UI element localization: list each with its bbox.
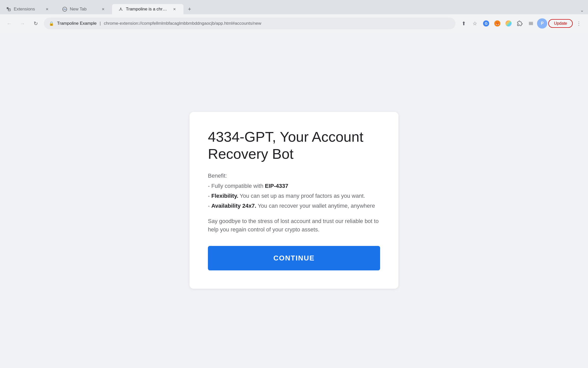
url-bar[interactable]: 🔒 Trampoline Example | chrome-extension:… bbox=[44, 18, 456, 29]
extensions-tab-icon bbox=[6, 7, 11, 12]
reload-icon: ↻ bbox=[34, 20, 38, 27]
svg-rect-5 bbox=[529, 24, 533, 25]
tab-trampoline[interactable]: Trampoline is a chrome extens ✕ bbox=[112, 4, 183, 14]
lock-icon: 🔒 bbox=[49, 21, 54, 26]
menu-ext-icon[interactable] bbox=[526, 18, 536, 29]
trampoline-tab-icon bbox=[118, 7, 123, 12]
tab-new-tab-label: New Tab bbox=[70, 7, 98, 12]
chrome-menu-icon[interactable]: ⋮ bbox=[574, 18, 584, 29]
page-content: 4334-GPT, Your Account Recovery Bot Bene… bbox=[0, 33, 588, 368]
svg-rect-3 bbox=[529, 22, 533, 23]
benefit-item-2: - Flexibility. You can set up as many pr… bbox=[208, 192, 380, 200]
benefit-2-bold: Flexibility. bbox=[211, 193, 238, 199]
tab-overflow-button[interactable]: ⌄ bbox=[578, 6, 586, 14]
new-tab-icon bbox=[62, 7, 67, 12]
profile-avatar[interactable]: P bbox=[537, 18, 547, 29]
benefit-item-1: - Fully compatible with EIP-4337 bbox=[208, 182, 380, 190]
bookmark-icon[interactable]: ☆ bbox=[470, 18, 480, 29]
back-icon: ← bbox=[7, 21, 12, 27]
metamask-ext-icon[interactable]: 🦊 bbox=[492, 18, 502, 29]
benefit-heading: Benefit: bbox=[208, 173, 380, 179]
tab-extensions[interactable]: Extensions ✕ bbox=[0, 4, 56, 14]
card-description: Say goodbye to the stress of lost accoun… bbox=[208, 217, 380, 234]
forward-icon: → bbox=[20, 21, 25, 27]
svg-point-2 bbox=[120, 8, 122, 9]
toolbar-icons: ⬆ ☆ G 🦊 bbox=[459, 18, 584, 29]
new-tab-button[interactable]: + bbox=[184, 4, 195, 14]
share-icon[interactable]: ⬆ bbox=[459, 18, 469, 29]
tab-new-tab[interactable]: New Tab ✕ bbox=[56, 4, 112, 14]
tab-new-tab-close[interactable]: ✕ bbox=[100, 6, 106, 12]
benefit-1-bold: EIP-4337 bbox=[265, 183, 288, 189]
address-bar: ← → ↻ 🔒 Trampoline Example | chrome-exte… bbox=[0, 14, 588, 33]
tab-extensions-label: Extensions bbox=[14, 7, 42, 12]
tab-bar: Extensions ✕ New Tab ✕ Trampoline i bbox=[0, 0, 588, 14]
forward-button[interactable]: → bbox=[17, 18, 28, 29]
tab-extensions-close[interactable]: ✕ bbox=[44, 6, 50, 12]
tab-trampoline-label: Trampoline is a chrome extens bbox=[126, 7, 169, 12]
browser-chrome: Extensions ✕ New Tab ✕ Trampoline i bbox=[0, 0, 588, 33]
benefit-item-3: - Availability 24x7. You can recover you… bbox=[208, 202, 380, 210]
url-separator: | bbox=[100, 21, 101, 26]
site-name: Trampoline Example bbox=[57, 21, 97, 26]
card-title: 4334-GPT, Your Account Recovery Bot bbox=[208, 128, 380, 162]
colorful-ext-icon[interactable] bbox=[503, 18, 514, 29]
tab-trampoline-close[interactable]: ✕ bbox=[172, 6, 177, 12]
google-ext-icon[interactable]: G bbox=[481, 18, 491, 29]
url-path: chrome-extension://compfellmlmbfacaglmbb… bbox=[104, 21, 450, 26]
back-button[interactable]: ← bbox=[4, 18, 14, 29]
benefit-3-bold: Availability 24x7. bbox=[211, 203, 256, 209]
puzzle-ext-icon[interactable] bbox=[515, 18, 525, 29]
svg-rect-4 bbox=[529, 23, 533, 24]
update-button[interactable]: Update bbox=[548, 19, 573, 28]
recovery-bot-card: 4334-GPT, Your Account Recovery Bot Bene… bbox=[190, 112, 398, 289]
continue-button[interactable]: CONTINUE bbox=[208, 246, 380, 270]
reload-button[interactable]: ↻ bbox=[31, 18, 41, 29]
